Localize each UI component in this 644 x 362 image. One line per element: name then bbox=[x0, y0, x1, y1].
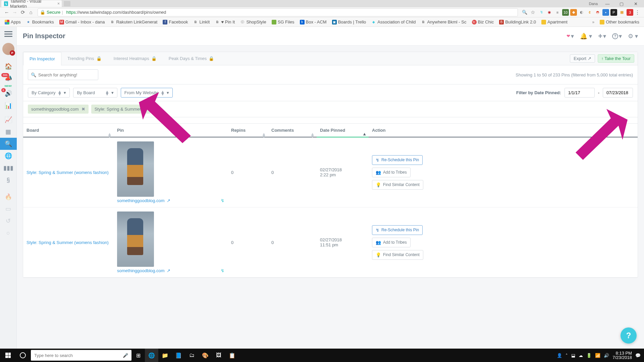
source-link[interactable]: somethinggoodblog.com bbox=[117, 268, 165, 273]
flame-rail-icon[interactable]: 🔥 bbox=[0, 191, 17, 203]
ext-icon-7[interactable]: P bbox=[610, 9, 617, 16]
star-icon[interactable]: ☆ bbox=[529, 8, 537, 16]
tray-volume-icon[interactable]: 🔊 bbox=[604, 353, 609, 358]
app-taskbar-icon-5[interactable]: 📋 bbox=[225, 349, 239, 362]
chart-rail-icon[interactable]: 📊 bbox=[0, 100, 17, 112]
board-insights-icon[interactable]: ▦ bbox=[0, 126, 17, 138]
buffer-ext-icon[interactable]: ≡ bbox=[554, 9, 561, 16]
ext-icon-1[interactable]: 10 bbox=[562, 9, 569, 16]
tray-battery-icon[interactable]: 🔋 bbox=[586, 353, 592, 358]
bookmark-item[interactable]: BBuildingLink 2.0 bbox=[497, 19, 538, 25]
source-link[interactable]: somethinggoodblog.com bbox=[117, 198, 165, 203]
forward-icon[interactable]: → bbox=[11, 8, 19, 16]
referral-icon[interactable]: § bbox=[0, 174, 17, 186]
app-taskbar-icon-2[interactable]: 🗂 bbox=[185, 349, 199, 362]
zoom-icon[interactable]: 🔍 bbox=[521, 8, 529, 16]
col-board[interactable]: Board▲▼ bbox=[23, 124, 114, 137]
pinterest-ext-icon[interactable]: ◉ bbox=[546, 9, 553, 16]
app-taskbar-icon-3[interactable]: 🎨 bbox=[199, 349, 212, 362]
circle-rail-icon[interactable]: ○ bbox=[0, 227, 17, 239]
date-to-input[interactable] bbox=[603, 88, 633, 98]
bookmark-item[interactable]: 🗎♥ Pin It bbox=[213, 19, 237, 25]
ext-icon-3[interactable]: ◐ bbox=[578, 9, 585, 16]
tray-onedrive-icon[interactable]: ☁ bbox=[579, 353, 583, 358]
task-view-icon[interactable]: ⊞ bbox=[131, 349, 145, 362]
search-input-wrap[interactable]: 🔍 bbox=[28, 69, 98, 80]
by-category-dropdown[interactable]: By Category▲▼▾ bbox=[28, 88, 70, 98]
filter-chip-board[interactable]: Style: Spring & Summer✖ bbox=[91, 105, 151, 114]
bookmark-item[interactable]: 🗎Anywhere Bkml - Sc bbox=[419, 19, 468, 25]
chrome-menu-icon[interactable]: ⋮ bbox=[633, 8, 641, 16]
tab-interest-heatmaps[interactable]: Interest Heatmaps 🔒 bbox=[108, 52, 163, 65]
search-input[interactable] bbox=[38, 72, 95, 77]
back-icon[interactable]: ← bbox=[3, 8, 11, 16]
home-rail-icon[interactable]: 🏠 bbox=[0, 60, 17, 72]
organic-icon[interactable]: ▮▮▮ bbox=[0, 162, 17, 174]
tab-peak-days[interactable]: Peak Days & Times 🔒 bbox=[163, 52, 220, 65]
cortana-icon[interactable] bbox=[16, 352, 30, 358]
heart-menu[interactable]: ❤ ▾ bbox=[567, 32, 574, 41]
ext-icon-5[interactable]: ◓ bbox=[594, 9, 601, 16]
address-bar[interactable]: 🔒 Secure | https://www.tailwindapp.com/d… bbox=[38, 8, 518, 16]
other-bookmarks[interactable]: Other bookmarks bbox=[598, 19, 641, 25]
col-repins[interactable]: Repins▲▼ bbox=[228, 124, 268, 137]
apps-shortcut[interactable]: Apps bbox=[3, 19, 23, 25]
bell-menu[interactable]: 🔔 ▾ bbox=[580, 32, 592, 41]
take-tour-button[interactable]: ↑ Take the Tour bbox=[598, 54, 634, 63]
browser-tab[interactable]: ↯ Tailwind - Visual Marketin × bbox=[1, 0, 62, 7]
tray-wifi-icon[interactable]: 📶 bbox=[595, 353, 600, 358]
window-close-icon[interactable]: ✕ bbox=[629, 0, 643, 7]
tray-clock[interactable]: 8:13 PM 7/23/2018 bbox=[612, 351, 632, 360]
profile-perf-icon[interactable]: 📈 bbox=[0, 114, 17, 126]
mic-icon[interactable]: 🎤 bbox=[123, 353, 128, 358]
website-insights-icon[interactable]: 🌐 bbox=[0, 150, 17, 162]
from-website-dropdown[interactable]: From My Website▲▼▾ bbox=[121, 88, 173, 98]
tray-people-icon[interactable]: 👤 bbox=[557, 353, 562, 358]
date-from-input[interactable] bbox=[565, 88, 595, 98]
bookmark-item[interactable]: fFacebook bbox=[161, 19, 190, 25]
start-button[interactable] bbox=[0, 349, 16, 362]
ext-icon-8[interactable]: ▦ bbox=[619, 9, 625, 16]
external-icon[interactable]: ↗ bbox=[167, 268, 170, 273]
taskbar-search[interactable]: Type here to search 🎤 bbox=[31, 350, 131, 361]
help-bubble[interactable]: ? bbox=[621, 327, 637, 344]
bookmark-item[interactable]: 🗎Rakuten LinkGenerat bbox=[108, 19, 159, 25]
add-menu[interactable]: + ▾ bbox=[598, 32, 606, 41]
bookmark-item[interactable]: Apartment bbox=[539, 19, 570, 25]
reschedule-button[interactable]: ↯ Re-Schedule this Pin bbox=[372, 225, 423, 235]
col-pin[interactable]: Pin bbox=[114, 124, 228, 137]
by-board-dropdown[interactable]: By Board▲▼▾ bbox=[73, 88, 117, 98]
export-button[interactable]: Export ↗ bbox=[570, 54, 595, 63]
bookmark-item[interactable]: 🗎LinkIt bbox=[191, 19, 212, 25]
hamburger-icon[interactable] bbox=[0, 27, 17, 41]
tray-chevron-icon[interactable]: ˄ bbox=[566, 353, 568, 358]
external-icon[interactable]: ↗ bbox=[167, 198, 170, 203]
close-tab-icon[interactable]: × bbox=[57, 1, 60, 6]
col-date-pinned[interactable]: Date Pinned▲ bbox=[317, 124, 369, 137]
gear-menu[interactable]: ⚙ ▾ bbox=[628, 32, 638, 41]
tray-notification-icon[interactable]: 💬 bbox=[635, 353, 641, 358]
window-minimize-icon[interactable]: — bbox=[600, 0, 614, 7]
ext-icon-2[interactable]: ◆ bbox=[570, 9, 577, 16]
help-menu[interactable]: ? ▾ bbox=[612, 32, 622, 41]
chrome-taskbar-icon[interactable]: 🌐 bbox=[145, 349, 158, 362]
history-rail-icon[interactable]: ↺ bbox=[0, 215, 17, 227]
find-similar-button[interactable]: 💡 Find Similar Content bbox=[372, 180, 423, 190]
app-taskbar-icon-4[interactable]: 🖼 bbox=[212, 349, 225, 362]
new-tab-button[interactable] bbox=[64, 1, 70, 6]
card-rail-icon[interactable]: ▭ bbox=[0, 203, 17, 215]
bookmark-item[interactable]: MGmail - Inbox - dana bbox=[57, 19, 107, 25]
close-icon[interactable]: ✖ bbox=[144, 107, 147, 112]
close-icon[interactable]: ✖ bbox=[82, 107, 85, 112]
ext-icon-9[interactable]: 3 bbox=[627, 9, 633, 16]
filter-chip-website[interactable]: somethinggoodblog.com✖ bbox=[28, 105, 89, 114]
bookmark-item[interactable]: ★Bookmarks bbox=[24, 19, 56, 25]
bookmark-item[interactable]: tcBiz Chic bbox=[470, 19, 496, 25]
home-icon[interactable]: ⌂ bbox=[27, 8, 35, 16]
find-similar-button[interactable]: 💡 Find Similar Content bbox=[372, 250, 423, 260]
bookmark-item[interactable]: SG Files bbox=[270, 19, 297, 25]
bookmark-item[interactable]: ◆Association of Child bbox=[369, 19, 418, 25]
ext-icon-4[interactable]: ¢ bbox=[586, 9, 593, 16]
ext-icon-6[interactable]: • bbox=[602, 9, 609, 16]
megaphone-rail-icon[interactable]: 386 📣 bbox=[0, 72, 17, 84]
